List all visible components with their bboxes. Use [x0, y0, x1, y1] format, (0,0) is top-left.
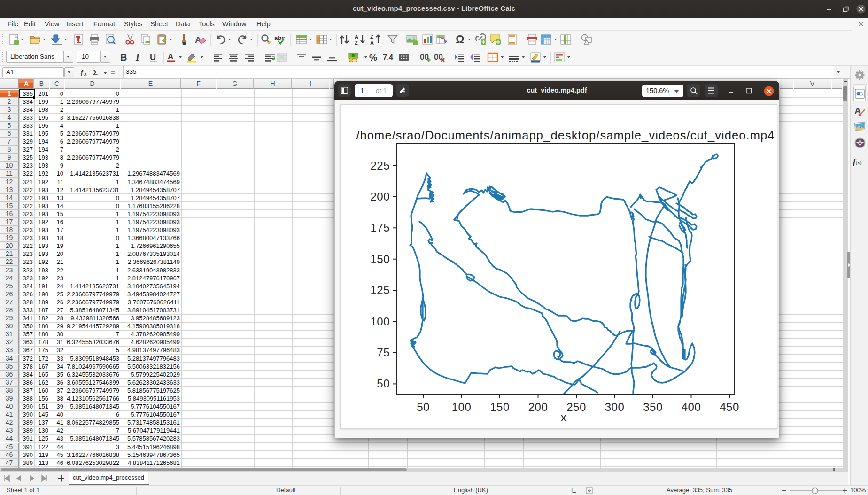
- svg-text:150: 150: [490, 401, 510, 413]
- svg-text:200: 200: [528, 401, 548, 413]
- svg-text:/home/srao/Documents/animapp_d: /home/srao/Documents/animapp_desktop/sam…: [356, 129, 775, 142]
- svg-text:Ω: Ω: [456, 33, 464, 46]
- svg-text:225: 225: [370, 159, 390, 172]
- svg-text:I: I: [135, 52, 140, 62]
- svg-text:B: B: [120, 52, 127, 62]
- svg-text:50: 50: [417, 401, 430, 413]
- svg-text:=: =: [111, 68, 115, 76]
- svg-text:125: 125: [370, 284, 390, 296]
- svg-text:Z: Z: [370, 34, 373, 39]
- svg-text:A: A: [355, 34, 358, 39]
- svg-text:%: %: [369, 53, 377, 62]
- svg-text:50: 50: [377, 377, 390, 390]
- svg-text:75: 75: [377, 346, 390, 359]
- svg-text:350: 350: [643, 401, 663, 413]
- svg-text:Z: Z: [355, 40, 358, 46]
- svg-text:Σ: Σ: [93, 68, 98, 77]
- svg-text:400: 400: [682, 401, 701, 413]
- svg-text:.: .: [387, 54, 388, 62]
- svg-text:A: A: [168, 52, 173, 61]
- svg-text:x: x: [561, 411, 567, 424]
- svg-text:x: x: [84, 71, 87, 77]
- svg-text:100: 100: [370, 315, 390, 328]
- svg-text:175: 175: [370, 221, 390, 234]
- svg-text:250: 250: [566, 401, 586, 413]
- svg-text:f: f: [81, 69, 84, 76]
- svg-text:150: 150: [370, 253, 390, 265]
- svg-text:100: 100: [452, 401, 472, 413]
- svg-text:300: 300: [605, 401, 625, 413]
- svg-text:U: U: [150, 53, 156, 62]
- svg-text:450: 450: [720, 401, 739, 413]
- svg-text:A: A: [370, 40, 374, 46]
- svg-text:200: 200: [370, 190, 390, 203]
- svg-text:I: I: [571, 487, 573, 494]
- svg-text:4: 4: [389, 54, 393, 62]
